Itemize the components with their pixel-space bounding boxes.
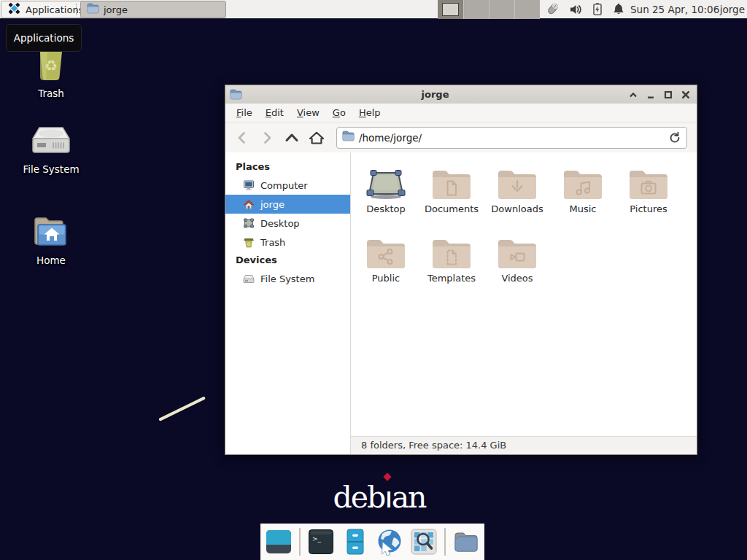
sidebar-item-label: File System (260, 273, 314, 284)
path-field[interactable]: /home/jorge/ (336, 127, 687, 149)
workspace-window-preview (442, 3, 459, 16)
home-button[interactable] (306, 127, 328, 149)
desktop-icon-label: File System (23, 163, 79, 175)
desktop-icon-file-system[interactable]: File System (7, 125, 95, 175)
folder-public-icon (365, 232, 406, 270)
bell-icon[interactable] (612, 2, 625, 16)
desktop-icon-label: Trash (38, 88, 64, 99)
desktop: Applications jorge Sun 25 Apr, 10:06 jor… (0, 0, 747, 560)
panel-clock[interactable]: Sun 25 Apr, 10:06 (630, 0, 719, 19)
folder-documents-icon (431, 163, 472, 201)
battery-icon[interactable] (592, 2, 603, 16)
file-item-videos[interactable]: Videos (484, 232, 550, 289)
applications-tooltip: Applications (6, 24, 82, 52)
window-folder-icon (230, 89, 242, 100)
sidebar-item-label: jorge (260, 199, 285, 210)
dock-separator (444, 528, 446, 556)
status-text: 8 folders, Free space: 14.4 GiB (361, 440, 506, 451)
file-grid: DesktopDocumentsDownloadsMusicPicturesPu… (351, 152, 686, 289)
panel-username[interactable]: jorge (720, 0, 745, 19)
svg-text:♻: ♻ (44, 57, 58, 74)
file-item-label: Templates (427, 273, 476, 284)
workspace-switcher[interactable] (438, 0, 540, 19)
file-item-label: Desktop (366, 203, 406, 214)
dock-folder-button[interactable] (452, 528, 480, 556)
file-manager-window: jorge FileEditViewGoHelp /home/jorge/ Pl… (225, 85, 697, 455)
xfce-logo-icon (7, 1, 21, 18)
path-folder-icon (342, 131, 355, 144)
dock-web-browser-button[interactable] (376, 528, 403, 556)
file-item-music[interactable]: Music (550, 163, 616, 219)
workspace-2[interactable] (463, 0, 489, 19)
folder-downloads-icon (497, 163, 538, 201)
forward-button[interactable] (256, 127, 278, 149)
up-button[interactable] (281, 127, 303, 149)
applications-menu-label: Applications (26, 4, 83, 15)
menu-go[interactable]: Go (326, 105, 352, 120)
sidebar-item-desktop[interactable]: Desktop (225, 214, 350, 233)
mouse-icon[interactable] (546, 2, 560, 16)
trash-icon: ♻ (243, 236, 255, 248)
shade-button[interactable] (628, 90, 638, 100)
titlebar-buttons (628, 90, 691, 100)
panel-grip[interactable] (76, 4, 78, 15)
dock-file-manager-button[interactable] (341, 528, 369, 556)
logo-i: ı (384, 480, 391, 515)
folder-pictures-icon (628, 163, 669, 201)
folder-icon (87, 3, 99, 16)
folder-videos-icon (497, 232, 538, 270)
file-item-label: Videos (501, 273, 533, 284)
menu-edit[interactable]: Edit (259, 105, 290, 120)
taskbar-window-button[interactable]: jorge (80, 1, 226, 18)
taskbar-window-label: jorge (104, 4, 128, 15)
sidebar-header-places: Places (225, 158, 350, 176)
path-value[interactable]: /home/jorge/ (359, 132, 664, 144)
sidebar-item-trash[interactable]: ♻Trash (225, 233, 350, 252)
file-item-downloads[interactable]: Downloads (484, 163, 550, 219)
desktop-icon-home[interactable]: Home (7, 214, 95, 266)
tooltip-text: Applications (14, 32, 74, 44)
dock-terminal-button[interactable]: >_ (307, 528, 335, 556)
dock-show-desktop-button[interactable] (265, 528, 293, 556)
file-item-desktop[interactable]: Desktop (353, 163, 419, 219)
back-button[interactable] (231, 127, 253, 149)
filesystem-icon (31, 125, 71, 160)
dock-app-finder-button[interactable] (410, 528, 438, 556)
reload-icon[interactable] (668, 131, 681, 144)
file-view[interactable]: DesktopDocumentsDownloadsMusicPicturesPu… (351, 152, 697, 436)
sidebar-item-file-system[interactable]: File System (225, 269, 350, 288)
dock-separator (299, 528, 301, 556)
file-item-label: Pictures (630, 203, 667, 214)
menu-view[interactable]: View (290, 105, 326, 120)
file-item-documents[interactable]: Documents (419, 163, 484, 219)
workspace-4[interactable] (514, 0, 540, 19)
folder-templates-icon (431, 232, 472, 270)
sidebar-item-jorge[interactable]: jorge (225, 195, 350, 214)
file-item-label: Downloads (491, 203, 543, 214)
sidebar-item-computer[interactable]: Computer (225, 176, 350, 195)
debian-logo: debıan (328, 480, 430, 515)
maximize-button[interactable] (663, 90, 673, 100)
sidebar: PlacesComputerjorgeDesktop♻TrashDevicesF… (225, 152, 351, 454)
svg-text:♻: ♻ (247, 241, 251, 247)
folder-music-icon (562, 163, 603, 201)
stray-cursor-line (158, 396, 205, 421)
close-button[interactable] (681, 90, 691, 100)
menu-file[interactable]: File (230, 105, 259, 120)
workspace-1[interactable] (438, 0, 463, 19)
sidebar-header-devices: Devices (225, 252, 350, 269)
file-item-public[interactable]: Public (353, 232, 419, 289)
file-item-label: Public (372, 273, 400, 284)
window-title: jorge (242, 89, 628, 100)
file-item-pictures[interactable]: Pictures (616, 163, 681, 219)
minimize-button[interactable] (646, 90, 656, 100)
sidebar-item-label: Desktop (260, 218, 300, 229)
desktop-icon-label: Home (36, 254, 66, 266)
volume-icon[interactable] (569, 3, 583, 16)
menu-help[interactable]: Help (352, 105, 387, 120)
window-titlebar[interactable]: jorge (225, 85, 697, 104)
file-item-templates[interactable]: Templates (419, 232, 484, 289)
svg-text:>_: >_ (312, 535, 322, 542)
filesystem-icon (243, 273, 255, 284)
workspace-3[interactable] (489, 0, 514, 19)
